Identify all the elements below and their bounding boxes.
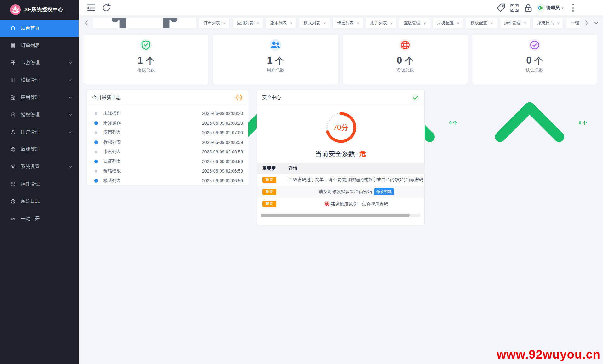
app-logo: SF系统授权中心	[0, 0, 79, 20]
stats-row: 1 个 授权总数 1 个 1 个	[83, 35, 597, 84]
stat-number: 1	[267, 55, 273, 66]
topbar-left	[86, 3, 112, 13]
sidebar-item[interactable]: 模板管理	[0, 71, 79, 89]
app-root: SF系统授权中心 后台首页 订单列表 卡密管理	[0, 0, 603, 364]
sidebar-item[interactable]: 应用管理	[0, 89, 79, 106]
tab-close-icon[interactable]	[223, 21, 226, 25]
tab-item[interactable]: 订单列表	[199, 18, 229, 28]
sidebar-item[interactable]: 授权管理	[0, 106, 79, 123]
timeline-dot	[95, 131, 97, 134]
sidebar-item[interactable]: 用户管理	[0, 123, 79, 141]
sidebar-item-icon	[10, 60, 16, 66]
tab-item[interactable]: 一键二开	[566, 18, 580, 28]
sidebar-collapse-icon[interactable]	[86, 3, 96, 13]
tab-item[interactable]: 模式列表	[299, 18, 330, 28]
refresh-icon[interactable]	[101, 3, 112, 13]
tab-close-icon[interactable]	[457, 21, 460, 25]
column-detail: 详情	[289, 166, 424, 171]
tab-item[interactable]: 模板配置	[466, 18, 497, 28]
kebab-menu-icon[interactable]	[568, 3, 578, 13]
sidebar-item-label: 后台首页	[21, 25, 72, 31]
stat-card: 1 个 授权总数 1 个	[83, 35, 208, 84]
tag-icon[interactable]	[495, 3, 506, 13]
watermark: www.92wuyou.cn	[497, 348, 600, 361]
main-column: 管理员 订单列表	[79, 0, 603, 364]
sidebar-item[interactable]: 订单列表	[0, 37, 79, 54]
tab-label: 应用列表	[237, 20, 253, 26]
security-panel-header: 安全中心	[257, 90, 424, 105]
tab-close-icon[interactable]	[390, 21, 393, 25]
chevron-down-icon	[68, 78, 72, 82]
sidebar-item[interactable]: 后台首页	[0, 20, 79, 37]
tab-item[interactable]: 卡密列表	[333, 18, 363, 28]
user-menu[interactable]: 管理员	[537, 4, 565, 12]
logs-panel: 今日最新日志 未知操作 2025-06-09 02:08:20	[87, 90, 248, 185]
tab-close-icon[interactable]	[423, 21, 427, 25]
tab-item[interactable]: 系统配置	[433, 18, 463, 28]
tabs-menu-icon[interactable]	[593, 20, 600, 26]
sidebar-item[interactable]: 插件管理	[0, 175, 79, 193]
log-row: 未知操作 2025-06-09 02:08:20	[92, 118, 243, 128]
stat-trend-value: 0 个	[449, 120, 457, 126]
sidebar-item[interactable]: 盗版管理	[0, 141, 79, 158]
sidebar-item[interactable]: 一键二开	[0, 210, 79, 227]
tab-label: 盗版管理	[404, 20, 420, 26]
fullscreen-icon[interactable]	[509, 3, 520, 13]
sidebar-item[interactable]: 系统日志	[0, 193, 79, 210]
stat-label: 用户总数	[267, 67, 284, 73]
tab-close-icon[interactable]	[323, 21, 326, 25]
tab-item[interactable]: 插件管理	[500, 18, 530, 28]
horizontal-scrollbar	[261, 214, 421, 217]
security-score: 70分	[322, 109, 359, 146]
tab-item[interactable]: 系统日志	[533, 18, 563, 28]
stat-value: 1 个	[138, 55, 154, 66]
log-label: 未知操作	[103, 120, 202, 126]
sidebar-item[interactable]: 系统设置	[0, 158, 79, 175]
tab-label: 版本列表	[270, 20, 287, 26]
chevron-down-icon	[68, 130, 72, 134]
home-icon	[97, 18, 192, 28]
tab-home[interactable]	[93, 18, 196, 28]
change-password-button[interactable]: 修改密码	[374, 188, 394, 195]
sidebar-item-label: 系统设置	[21, 164, 68, 170]
stat-value: 0 个	[397, 55, 413, 66]
scrollbar-thumb[interactable]	[261, 214, 410, 217]
sidebar-item-label: 一键二开	[21, 216, 72, 222]
log-row: 授权列表 2025-06-09 02:06:59	[92, 138, 243, 147]
tabs-scroll-left-icon[interactable]	[83, 20, 90, 26]
trend-up-icon	[482, 76, 577, 170]
log-row: 应用列表 2025-06-09 02:07:00	[92, 128, 243, 138]
log-row: 模式列表 2025-06-09 02:06:59	[92, 176, 243, 186]
tab-label: 卡密列表	[337, 20, 353, 26]
tab-item[interactable]: 应用列表	[233, 18, 263, 28]
log-list: 未知操作 2025-06-09 02:08:20 未知操作 2025-06-09…	[87, 105, 248, 185]
tab-item[interactable]: 用户列表	[366, 18, 396, 28]
sidebar-item[interactable]: 卡密管理	[0, 54, 79, 71]
tab-item[interactable]: 盗版管理	[399, 18, 430, 28]
stat-unit: 个	[405, 55, 413, 66]
avatar[interactable]	[537, 4, 545, 12]
lock-icon[interactable]	[523, 3, 534, 13]
sidebar-item-label: 订单列表	[21, 43, 72, 48]
stat-icon	[269, 39, 281, 51]
stat-icon	[529, 39, 541, 51]
timeline-dot	[95, 151, 97, 153]
sidebar-item-icon	[10, 181, 16, 187]
tabs-scroll-right-icon[interactable]	[583, 20, 590, 26]
sidebar-item-icon	[10, 43, 16, 48]
lotus-logo-icon	[10, 4, 21, 15]
importance-badge: 重要	[262, 201, 276, 207]
security-issue-row: 重要 二级密码过于简单，请不要使用较短的纯数字或自己的QQ号当做密码	[257, 174, 424, 186]
log-label: 卡密列表	[103, 149, 202, 155]
tabs-scroll: 订单列表 应用列表 版本列表	[93, 18, 580, 28]
tab-item[interactable]: 版本列表	[266, 18, 296, 28]
log-timestamp: 2025-06-09 02:06:59	[202, 168, 243, 173]
tab-close-icon[interactable]	[490, 21, 493, 25]
tab-close-icon[interactable]	[256, 21, 260, 25]
log-label: 价格模板	[103, 168, 202, 174]
tab-close-icon[interactable]	[523, 21, 527, 25]
tab-close-icon[interactable]	[356, 21, 360, 25]
tab-close-icon[interactable]	[557, 21, 560, 25]
tab-label: 模式列表	[304, 20, 320, 26]
tab-close-icon[interactable]	[290, 21, 293, 25]
